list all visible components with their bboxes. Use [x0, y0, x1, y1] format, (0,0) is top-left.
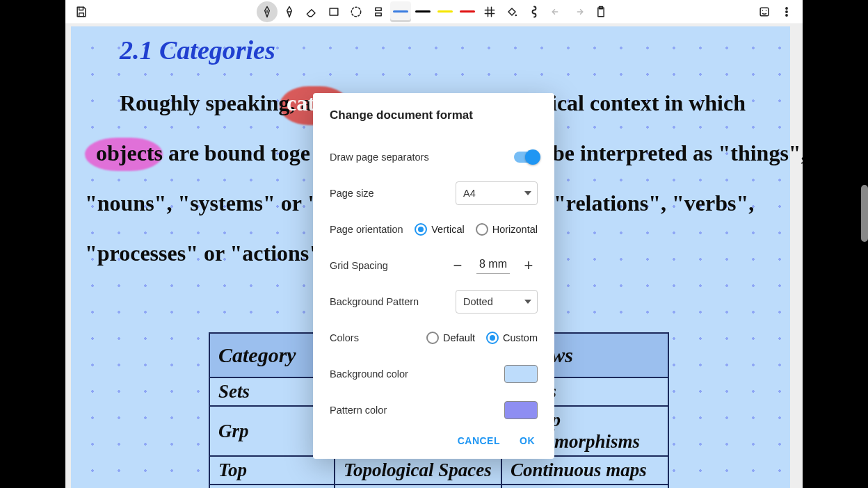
orientation-horizontal-radio[interactable]: Horizontal — [476, 223, 538, 236]
r3c1: Top — [209, 456, 335, 485]
bg-pattern-label: Background Pattern — [330, 296, 419, 307]
cancel-button[interactable]: CANCEL — [458, 435, 500, 446]
chevron-down-icon — [524, 300, 531, 304]
document-format-dialog: Change document format Draw page separat… — [313, 93, 554, 459]
highlighter-tool-icon[interactable] — [279, 1, 300, 22]
rectangle-tool-icon[interactable] — [323, 1, 344, 22]
line3b: "relations", "verbs", — [554, 190, 754, 216]
undo-icon[interactable] — [546, 1, 567, 22]
app-window: 2.1 Categories Roughly speaking, a cat i… — [65, 0, 803, 488]
line2b: be interpreted as "things", — [552, 140, 803, 166]
grid-decrease-button[interactable]: − — [449, 257, 467, 275]
line2a: are bound toge — [168, 140, 310, 166]
color-blue-swatch[interactable] — [390, 1, 411, 22]
pen-tool-icon[interactable] — [257, 1, 278, 22]
svg-point-8 — [786, 7, 787, 8]
heading-text: 2.1 Categories — [120, 35, 275, 65]
scrollbar-thumb[interactable] — [861, 185, 868, 242]
dialog-title: Change document format — [330, 108, 538, 122]
stroke-width-icon[interactable] — [524, 1, 545, 22]
r3c3: Continuous maps — [501, 456, 668, 485]
line1-word: cat — [287, 90, 315, 116]
chevron-down-icon — [524, 191, 531, 195]
fill-icon[interactable] — [501, 1, 522, 22]
r3c2: Topological Spaces — [335, 456, 501, 485]
svg-rect-7 — [760, 8, 769, 16]
colors-custom-radio[interactable]: Custom — [486, 332, 538, 344]
svg-rect-2 — [376, 8, 381, 10]
bg-pattern-select[interactable]: Dotted — [456, 290, 538, 314]
grid-icon[interactable] — [479, 1, 500, 22]
pattern-color-picker[interactable] — [504, 401, 538, 419]
eraser-tool-icon[interactable] — [301, 1, 322, 22]
svg-point-1 — [351, 7, 360, 16]
grid-value: 8 mm — [476, 258, 510, 274]
pattern-color-label: Pattern color — [330, 405, 387, 416]
r4c1: Vect — [209, 485, 335, 488]
colors-label: Colors — [330, 332, 359, 343]
save-icon[interactable] — [71, 1, 92, 22]
color-red-swatch[interactable] — [457, 1, 478, 22]
bg-color-picker[interactable] — [504, 365, 538, 383]
bg-color-label: Background color — [330, 368, 408, 380]
clipboard-icon[interactable] — [590, 1, 611, 22]
lasso-tool-icon[interactable] — [346, 1, 367, 22]
ok-button[interactable]: OK — [520, 435, 535, 446]
svg-rect-0 — [330, 8, 338, 15]
svg-point-4 — [515, 14, 517, 16]
color-black-swatch[interactable] — [412, 1, 433, 22]
toolbar — [65, 0, 803, 24]
line1b: ical context in which — [551, 90, 746, 116]
r4c2: Vector Spaces — [335, 485, 501, 488]
page-size-label: Page size — [330, 188, 374, 199]
line4a: "processes" or "actions" b — [85, 241, 339, 266]
r4c3: Linear maps — [501, 485, 668, 488]
color-yellow-swatch[interactable] — [435, 1, 456, 22]
svg-rect-3 — [376, 13, 381, 15]
separators-switch[interactable] — [514, 152, 538, 163]
grid-increase-button[interactable]: + — [520, 257, 538, 275]
orientation-label: Page orientation — [330, 224, 403, 235]
grid-spacing-label: Grid Spacing — [330, 260, 388, 271]
redo-icon[interactable] — [568, 1, 589, 22]
viewport[interactable]: 2.1 Categories Roughly speaking, a cat i… — [65, 24, 803, 488]
svg-point-10 — [786, 14, 787, 15]
svg-point-9 — [786, 10, 787, 12]
page-size-value: A4 — [463, 188, 476, 199]
line2-hl: objects — [96, 140, 163, 166]
more-icon[interactable] — [776, 1, 797, 22]
separators-label: Draw page separators — [330, 152, 429, 163]
page-size-select[interactable]: A4 — [456, 181, 538, 205]
line1a: Roughly speaking, a — [120, 90, 312, 116]
align-tool-icon[interactable] — [368, 1, 389, 22]
bg-pattern-value: Dotted — [463, 296, 493, 307]
note-icon[interactable] — [754, 1, 775, 22]
orientation-vertical-radio[interactable]: Vertical — [415, 223, 465, 236]
colors-default-radio[interactable]: Default — [426, 332, 475, 344]
